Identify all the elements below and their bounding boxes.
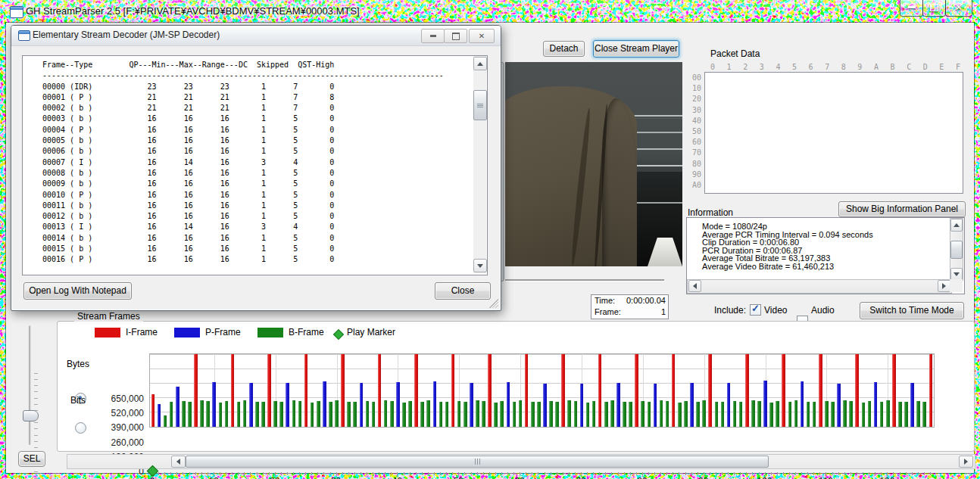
video-checkbox[interactable] xyxy=(750,304,761,316)
table-row[interactable]: 00014 ( b ) 16 16 16 1 5 0 xyxy=(42,233,444,244)
x-axis-tick xyxy=(771,472,772,475)
video-checkbox-label[interactable]: Video xyxy=(764,305,787,316)
x-axis-tick xyxy=(495,472,496,475)
frame-bar-bframe xyxy=(555,402,559,427)
table-row[interactable]: 00002 ( b ) 21 21 21 1 7 0 xyxy=(42,103,444,114)
table-row[interactable]: 00008 ( b ) 16 16 16 1 5 0 xyxy=(42,168,444,179)
stream-frames-chart[interactable] xyxy=(149,353,935,428)
x-axis-tick xyxy=(930,472,931,475)
hex-column-header: 8 xyxy=(841,63,846,71)
table-row[interactable]: 00007 ( I ) 16 14 16 3 4 0 xyxy=(42,157,444,168)
table-row[interactable]: 00010 ( P ) 16 16 16 1 5 0 xyxy=(42,190,444,201)
scroll-thumb[interactable] xyxy=(186,456,769,468)
packet-data-hexview[interactable] xyxy=(704,72,963,194)
bytes-radio-label[interactable]: Bytes xyxy=(67,359,89,369)
frame-listbox[interactable]: Frame--Type QP---Min---Max--Range---DC S… xyxy=(22,55,488,275)
dialog-titlebar[interactable]: Elementary Stream Decoder (JM-SP Decoder… xyxy=(11,26,501,46)
x-axis-tick xyxy=(281,472,282,475)
frame-bar-bframe xyxy=(219,403,223,427)
bits-radio[interactable] xyxy=(75,422,86,434)
information-line: Average Video Bitrate = 61,460,213 xyxy=(702,263,873,271)
x-axis-tick xyxy=(263,472,264,475)
list-vscrollbar[interactable] xyxy=(473,56,486,273)
frame-bar-pframe xyxy=(433,381,437,427)
table-row[interactable]: 00006 ( b ) 16 16 16 1 5 0 xyxy=(42,146,444,157)
x-axis-tick xyxy=(183,472,183,475)
x-axis-tick xyxy=(869,472,869,475)
open-log-button[interactable]: Open Log With Notepad xyxy=(23,282,132,300)
zoom-slider-thumb[interactable] xyxy=(23,410,39,421)
audio-checkbox-label[interactable]: Audio xyxy=(811,305,835,316)
frame-bar-bframe xyxy=(390,401,394,427)
table-row[interactable]: 00016 ( P ) 16 16 16 1 5 0 xyxy=(42,254,444,265)
table-row[interactable]: 00011 ( b ) 16 16 16 1 5 0 xyxy=(42,201,444,211)
x-axis-tick xyxy=(471,472,472,475)
scroll-left-button[interactable] xyxy=(171,456,186,468)
table-row[interactable]: 00000 (IDR) 23 23 23 1 7 0 xyxy=(42,82,444,92)
frame-bar-bframe xyxy=(200,400,204,427)
table-row[interactable]: 00003 ( b ) 16 16 16 1 5 0 xyxy=(42,114,444,124)
x-axis-tick xyxy=(201,472,202,475)
dialog-minimize-button[interactable] xyxy=(421,29,445,43)
x-axis-tick xyxy=(507,472,508,475)
frame-bar-pframe xyxy=(249,383,253,427)
scroll-up-button[interactable] xyxy=(950,219,963,232)
frame-bar-pframe xyxy=(323,381,326,427)
zoom-slider-track[interactable] xyxy=(29,325,31,445)
table-header: Frame--Type QP---Min---Max--Range---DC S… xyxy=(42,60,444,70)
info-vscrollbar[interactable] xyxy=(950,218,963,281)
hex-row-label: 00 xyxy=(685,73,701,84)
slider-tick xyxy=(34,391,38,392)
dialog-close-action-button[interactable]: Close xyxy=(435,282,491,300)
information-line: Mode = 1080/24p xyxy=(702,222,873,231)
frame-bar-bframe xyxy=(237,402,241,427)
info-hscrollbar[interactable] xyxy=(687,279,952,294)
frame-bar-iframe xyxy=(892,354,896,427)
show-big-information-panel-button[interactable]: Show Big Information Panel xyxy=(838,201,966,217)
detach-button[interactable]: Detach xyxy=(543,41,585,57)
hex-column-header: C xyxy=(907,63,911,71)
table-row[interactable]: 00004 ( P ) 16 16 16 1 5 0 xyxy=(42,125,444,135)
frame-bar-pframe xyxy=(801,381,804,427)
dialog-close-button[interactable]: ✕ xyxy=(469,29,495,43)
scroll-right-button[interactable] xyxy=(959,456,973,468)
hex-column-header: 1 xyxy=(727,63,732,71)
frame-bar-pframe xyxy=(580,384,584,427)
hex-row-label: 70 xyxy=(685,148,701,159)
frame-bar-bframe xyxy=(255,402,259,427)
scroll-thumb[interactable] xyxy=(473,90,487,120)
close-stream-player-button[interactable]: Close Stream Player xyxy=(593,40,679,58)
frame-bar-bframe xyxy=(273,401,277,427)
table-row[interactable]: 00013 ( I ) 16 14 16 3 4 0 xyxy=(42,222,444,232)
x-axis-tick xyxy=(410,472,410,475)
frame-bar-bframe xyxy=(886,400,890,427)
scroll-right-button[interactable] xyxy=(938,280,950,292)
resize-grip[interactable] xyxy=(489,299,498,308)
sel-button[interactable]: SEL xyxy=(18,451,45,467)
frame-bar-bframe xyxy=(592,401,596,427)
x-axis-tick xyxy=(164,472,165,475)
table-row[interactable]: 00015 ( b ) 16 16 16 1 5 0 xyxy=(42,244,444,254)
frame-bar-bframe xyxy=(402,403,406,427)
information-lines[interactable]: Mode = 1080/24pAverage PCR Timing Interv… xyxy=(702,222,873,271)
chart-hscrollbar[interactable] xyxy=(67,454,975,469)
switch-to-time-mode-button[interactable]: Switch to Time Mode xyxy=(860,302,964,319)
table-row[interactable]: 00001 ( P ) 21 21 21 1 7 8 xyxy=(42,92,444,103)
bits-radio-label[interactable]: Bits xyxy=(70,395,86,406)
scroll-down-button[interactable] xyxy=(473,259,487,272)
hex-row-label: 20 xyxy=(685,95,701,105)
dialog-maximize-button[interactable] xyxy=(444,29,467,43)
frame-bar-bframe xyxy=(715,402,719,427)
frame-bar-pframe xyxy=(396,382,400,427)
scroll-thumb[interactable] xyxy=(950,241,963,259)
x-axis-tick xyxy=(698,472,698,475)
seek-trackbar[interactable] xyxy=(505,279,664,281)
table-row[interactable]: 00009 ( b ) 16 16 16 1 5 0 xyxy=(42,179,444,189)
scroll-up-button[interactable] xyxy=(473,57,487,70)
x-axis-tick xyxy=(685,472,686,475)
frame-bar-bframe xyxy=(733,401,737,427)
scroll-left-button[interactable] xyxy=(688,280,701,292)
table-row[interactable]: 00005 ( b ) 16 16 16 1 5 0 xyxy=(42,135,444,146)
slider-tick xyxy=(34,379,38,380)
table-row[interactable]: 00012 ( b ) 16 16 16 1 5 0 xyxy=(42,211,444,222)
